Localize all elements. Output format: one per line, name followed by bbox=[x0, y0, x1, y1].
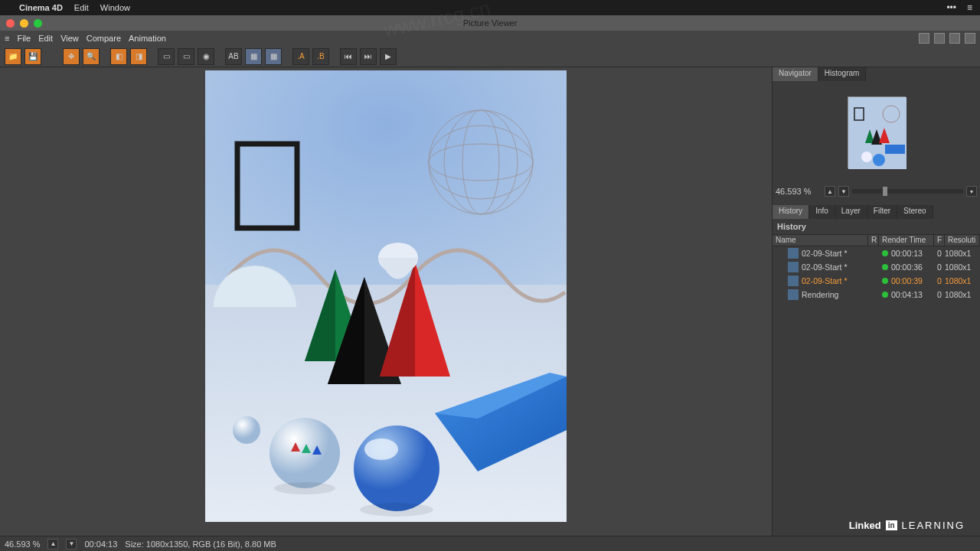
col-rendertime[interactable]: Render Time bbox=[879, 235, 934, 246]
col-resolution[interactable]: Resoluti bbox=[945, 235, 980, 246]
row-name: 02-09-Start * bbox=[802, 262, 879, 272]
row-frames: 0 bbox=[934, 290, 945, 299]
wm-animation[interactable]: Animation bbox=[129, 34, 166, 43]
status-dot-icon bbox=[882, 250, 888, 256]
row-resolution: 1080x1 bbox=[945, 290, 980, 299]
history-row[interactable]: 02-09-Start *00:00:1301080x1 bbox=[773, 246, 980, 260]
tool-prev-button[interactable]: ⏮ bbox=[340, 48, 357, 65]
row-time: 00:04:13 bbox=[891, 290, 934, 299]
mac-menubar: Cinema 4D Edit Window ••• ≡ bbox=[0, 0, 980, 15]
history-row[interactable]: Rendering00:04:1301080x1 bbox=[773, 288, 980, 302]
col-f[interactable]: F bbox=[934, 235, 945, 246]
tool-b-channel-button[interactable]: .B bbox=[312, 48, 329, 65]
row-frames: 0 bbox=[934, 249, 945, 258]
traffic-min-icon[interactable] bbox=[20, 19, 28, 28]
tab-filter[interactable]: Filter bbox=[867, 205, 897, 219]
svg-rect-32 bbox=[885, 145, 905, 154]
zoom-slider[interactable] bbox=[852, 189, 963, 194]
right-panel: Navigator Histogram 46.593 % ▲ bbox=[772, 67, 980, 536]
brand-linked: Linked bbox=[849, 520, 881, 531]
brand-learning: LEARNING bbox=[902, 520, 965, 531]
wm-file[interactable]: File bbox=[17, 34, 31, 43]
status-zoom: 46.593 % bbox=[5, 540, 40, 549]
tab-history[interactable]: History bbox=[773, 205, 809, 219]
status-info: Size: 1080x1350, RGB (16 Bit), 8.80 MB bbox=[125, 540, 276, 549]
tool-open-button[interactable]: 📁 bbox=[5, 48, 21, 65]
wm-edit[interactable]: Edit bbox=[38, 34, 53, 43]
status-dot-icon bbox=[882, 292, 888, 298]
render-thumb-icon bbox=[788, 248, 799, 259]
app-name[interactable]: Cinema 4D bbox=[19, 3, 63, 12]
mac-status-menu-icon: ≡ bbox=[967, 2, 972, 13]
tool-panel2-button[interactable]: ◨ bbox=[130, 48, 147, 65]
history-rows: 02-09-Start *00:00:1301080x102-09-Start … bbox=[773, 246, 980, 302]
render-thumb-icon bbox=[788, 262, 799, 272]
dock-icon-1[interactable] bbox=[919, 33, 929, 44]
tool-zoom-button[interactable]: 🔍 bbox=[83, 48, 100, 65]
tool-move-button[interactable]: ✥ bbox=[63, 48, 80, 65]
hamburger-icon[interactable]: ≡ bbox=[5, 34, 9, 43]
tab-info[interactable]: Info bbox=[809, 205, 835, 219]
zoom-step-up[interactable]: ▲ bbox=[825, 186, 835, 197]
row-time: 00:00:13 bbox=[891, 249, 934, 258]
tab-histogram[interactable]: Histogram bbox=[818, 67, 867, 81]
tab-navigator[interactable]: Navigator bbox=[773, 67, 818, 81]
history-row[interactable]: 02-09-Start *00:00:3601080x1 bbox=[773, 260, 980, 274]
zoom-step-down[interactable]: ▼ bbox=[838, 186, 849, 197]
svg-point-22 bbox=[364, 439, 398, 460]
tool-panel1-button[interactable]: ◧ bbox=[110, 48, 127, 65]
mac-status-dots-icon: ••• bbox=[946, 2, 956, 13]
tool-play-button[interactable]: ▶ bbox=[380, 48, 397, 65]
tab-layer[interactable]: Layer bbox=[835, 205, 867, 219]
mac-menu-edit[interactable]: Edit bbox=[74, 3, 89, 12]
svg-point-25 bbox=[360, 503, 433, 517]
dock-icon-3[interactable] bbox=[949, 33, 960, 44]
col-name[interactable]: Name bbox=[773, 235, 868, 246]
history-heading: History bbox=[773, 219, 980, 234]
col-r[interactable]: R bbox=[868, 235, 879, 246]
tool-save-button[interactable]: 💾 bbox=[24, 48, 41, 65]
navigator-thumbnail[interactable] bbox=[848, 96, 906, 168]
row-resolution: 1080x1 bbox=[945, 262, 980, 272]
history-row[interactable]: 02-09-Start *00:00:3901080x1 bbox=[773, 274, 980, 288]
tool-grid1-button[interactable]: ▦ bbox=[245, 48, 262, 65]
row-name: 02-09-Start * bbox=[802, 249, 879, 258]
tool-overlay-button[interactable]: ◉ bbox=[198, 48, 214, 65]
dock-icon-2[interactable] bbox=[934, 33, 945, 44]
zoom-percent: 46.593 % bbox=[776, 187, 822, 196]
row-frames: 0 bbox=[934, 276, 945, 285]
traffic-max-icon[interactable] bbox=[34, 19, 42, 28]
viewport[interactable] bbox=[0, 67, 772, 536]
window-menu: ≡ File Edit View Compare Animation bbox=[0, 31, 980, 46]
row-name: 02-09-Start * bbox=[802, 276, 879, 285]
wm-view[interactable]: View bbox=[60, 34, 79, 43]
row-name: Rendering bbox=[802, 290, 879, 299]
status-step-up[interactable]: ▲ bbox=[47, 539, 58, 549]
tool-abcompare-button[interactable]: AB bbox=[225, 48, 242, 65]
tool-next-button[interactable]: ⏭ bbox=[360, 48, 377, 65]
traffic-close-icon[interactable] bbox=[6, 19, 15, 28]
row-frames: 0 bbox=[934, 262, 945, 272]
status-step-down[interactable]: ▼ bbox=[66, 539, 77, 549]
row-resolution: 1080x1 bbox=[945, 249, 980, 258]
svg-point-16 bbox=[233, 416, 260, 444]
tool-a-channel-button[interactable]: .A bbox=[292, 48, 309, 65]
wm-compare[interactable]: Compare bbox=[87, 34, 121, 43]
svg-point-34 bbox=[873, 154, 885, 166]
tool-aspect1-button[interactable]: ▭ bbox=[158, 48, 175, 65]
tool-grid2-button[interactable]: ▦ bbox=[265, 48, 282, 65]
tool-aspect2-button[interactable]: ▭ bbox=[178, 48, 194, 65]
render-image bbox=[205, 70, 567, 522]
window-titlebar: Picture Viewer bbox=[0, 15, 980, 31]
linkedin-learning-badge: Linkedin LEARNING bbox=[849, 520, 965, 531]
dock-icon-4[interactable] bbox=[965, 33, 975, 44]
status-bar: 46.593 % ▲ ▼ 00:04:13 Size: 1080x1350, R… bbox=[0, 536, 980, 551]
status-dot-icon bbox=[882, 278, 888, 284]
svg-point-24 bbox=[274, 482, 335, 494]
toolbar: 📁 💾 ✥ 🔍 ◧ ◨ ▭ ▭ ◉ AB ▦ ▦ .A .B ⏮ ⏭ ▶ bbox=[0, 46, 980, 67]
row-resolution: 1080x1 bbox=[945, 276, 980, 285]
zoom-dropdown[interactable]: ▾ bbox=[966, 186, 977, 197]
status-time: 00:04:13 bbox=[84, 540, 117, 549]
mac-menu-window[interactable]: Window bbox=[100, 3, 130, 12]
tab-stereo[interactable]: Stereo bbox=[897, 205, 933, 219]
